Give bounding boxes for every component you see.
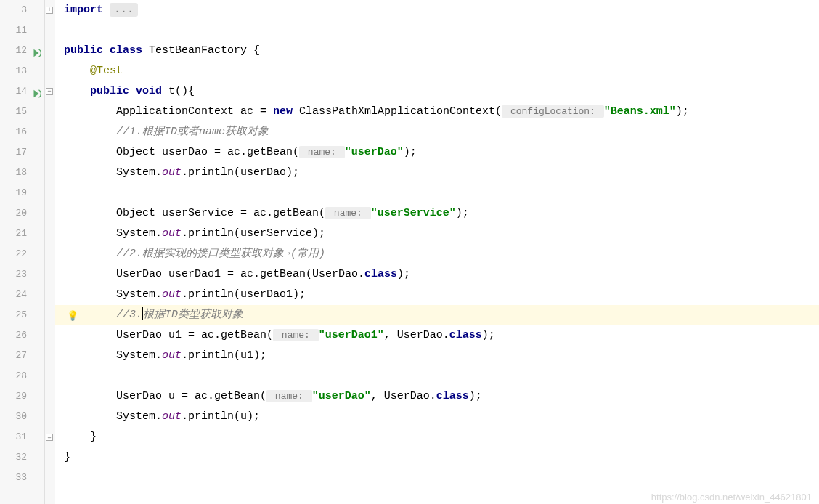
line-number: 26 [0, 325, 44, 346]
line-number: 19 [0, 183, 44, 203]
code-line[interactable] [55, 468, 819, 488]
line-number: 23 [0, 264, 44, 285]
code-line[interactable]: System.out.println(u); [55, 407, 819, 427]
fold-expand-icon[interactable]: + [46, 7, 53, 14]
code-line[interactable]: System.out.println(userService); [55, 224, 819, 244]
line-number: 28 [0, 366, 44, 386]
line-number: 16 [0, 122, 44, 142]
watermark: https://blog.csdn.net/weixin_44621801 [651, 492, 812, 503]
line-number: 15 [0, 102, 44, 122]
param-hint: name: [273, 329, 319, 341]
line-number: 25 [0, 305, 44, 325]
code-line[interactable]: public void t(){ [55, 81, 819, 102]
code-line[interactable] [55, 20, 819, 41]
code-line[interactable]: UserDao u = ac.getBean( name: "userDao",… [55, 386, 819, 407]
code-line[interactable]: Object userDao = ac.getBean( name: "user… [55, 142, 819, 163]
code-area[interactable]: 💡 import ... public class TestBeanFactor… [55, 0, 819, 504]
code-line[interactable]: UserDao u1 = ac.getBean( name: "userDao1… [55, 325, 819, 346]
code-line[interactable]: @Test [55, 61, 819, 81]
run-icon[interactable] [31, 46, 41, 56]
param-hint: name: [266, 390, 312, 402]
line-number: 13 [0, 61, 44, 81]
code-line[interactable]: public class TestBeanFactory { [55, 41, 819, 61]
code-line[interactable] [55, 366, 819, 386]
code-editor: 3 11 12 13 14 15 16 17 18 19 20 21 22 23… [0, 0, 819, 504]
line-number: 17 [0, 142, 44, 163]
code-line[interactable] [55, 183, 819, 203]
fold-guide [49, 51, 49, 449]
line-number: 30 [0, 407, 44, 427]
param-hint: name: [325, 207, 371, 219]
line-number: 21 [0, 224, 44, 244]
code-line[interactable]: //1.根据ID或者name获取对象 [55, 122, 819, 142]
line-number: 32 [0, 447, 44, 468]
code-line[interactable]: UserDao userDao1 = ac.getBean(UserDao.cl… [55, 264, 819, 285]
line-number: 33 [0, 468, 44, 488]
lightbulb-icon[interactable]: 💡 [67, 310, 78, 322]
line-number: 31 [0, 427, 44, 447]
code-line[interactable]: import ... [55, 0, 819, 20]
line-number: 11 [0, 20, 44, 41]
code-line[interactable]: } [55, 427, 819, 447]
line-number: 29 [0, 386, 44, 407]
code-line[interactable]: //2.根据实现的接口类型获取对象→(常用) [55, 244, 819, 264]
line-number: 24 [0, 285, 44, 305]
fold-column: + − − [45, 0, 55, 504]
code-line[interactable]: ApplicationContext ac = new ClassPathXml… [55, 102, 819, 122]
line-number: 3 [0, 0, 44, 20]
line-number: 12 [0, 41, 44, 61]
folded-region[interactable]: ... [110, 3, 138, 17]
line-number: 27 [0, 346, 44, 366]
code-line[interactable]: } [55, 447, 819, 468]
code-line[interactable]: System.out.println(u1); [55, 346, 819, 366]
line-number: 22 [0, 244, 44, 264]
param-hint: name: [299, 146, 345, 158]
method-separator [55, 41, 819, 41]
line-number: 18 [0, 163, 44, 183]
code-line[interactable]: System.out.println(userDao); [55, 163, 819, 183]
code-line-active[interactable]: //3.根据ID类型获取对象 [55, 305, 819, 325]
run-icon[interactable] [31, 86, 41, 97]
line-number: 20 [0, 203, 44, 224]
fold-collapse-icon[interactable]: − [46, 434, 53, 441]
fold-collapse-icon[interactable]: − [46, 88, 53, 95]
code-line[interactable]: System.out.println(userDao1); [55, 285, 819, 305]
param-hint: configLocation: [502, 105, 604, 118]
line-number: 14 [0, 81, 44, 102]
gutter: 3 11 12 13 14 15 16 17 18 19 20 21 22 23… [0, 0, 45, 504]
code-line[interactable]: Object userService = ac.getBean( name: "… [55, 203, 819, 224]
